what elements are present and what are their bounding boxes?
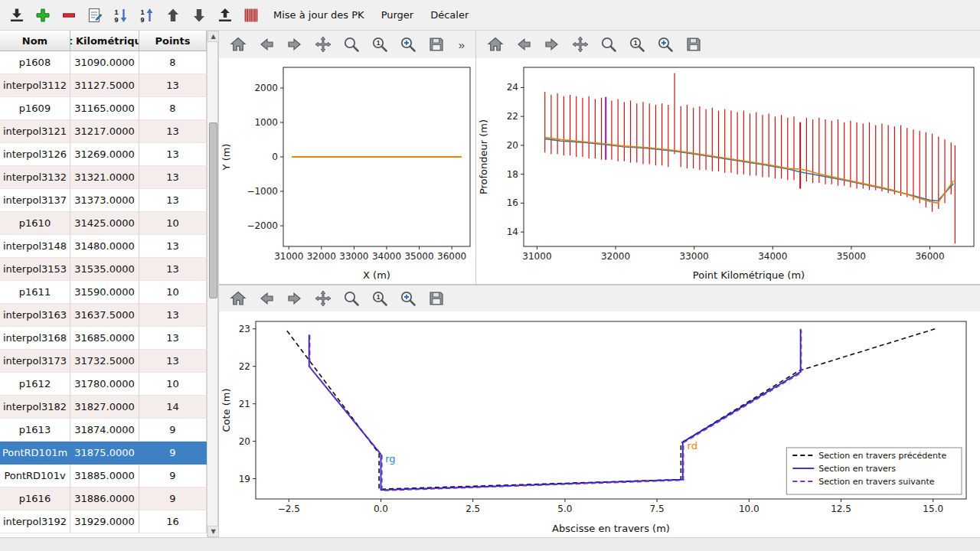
back-button[interactable] <box>256 34 276 54</box>
scroll-down-arrow-icon[interactable]: ▼ <box>207 526 219 537</box>
cell-point-kilometrique: 31127.5000 <box>70 74 139 96</box>
cell-nom: interpol3168 <box>0 327 70 349</box>
pan-button[interactable] <box>570 34 590 54</box>
svg-text:22: 22 <box>507 111 518 122</box>
svg-text:1: 1 <box>377 293 381 301</box>
sort-ascending-button[interactable]: 19 <box>136 4 159 27</box>
zoom-in-button[interactable] <box>655 34 675 54</box>
cell-points: 13 <box>139 166 207 188</box>
table-row[interactable]: p160931165.00008 <box>0 97 207 120</box>
home-button[interactable] <box>228 289 248 308</box>
import-button[interactable] <box>6 4 29 27</box>
plan-view-chart[interactable]: 310003200033000340003500036000−2000−1000… <box>219 58 475 284</box>
table-row[interactable]: interpol312131217.000013 <box>0 120 207 143</box>
table-row[interactable]: interpol316331637.500013 <box>0 304 207 327</box>
svg-text:rg: rg <box>385 453 395 465</box>
shift-button[interactable]: Décaler <box>423 6 475 24</box>
table-row[interactable]: interpol313731373.000013 <box>0 189 207 212</box>
pan-button[interactable] <box>313 34 333 54</box>
table-row[interactable]: p161131590.000010 <box>0 281 207 304</box>
table-row[interactable]: interpol315331535.000013 <box>0 258 207 281</box>
zoom-original-button[interactable]: 1 <box>370 34 390 54</box>
cross-section-panel: 1 −2.50.02.55.07.510.012.515.01920212223… <box>219 284 980 537</box>
table-row[interactable]: interpol314831480.000013 <box>0 235 207 258</box>
cell-nom: p1609 <box>0 97 70 119</box>
zoom-button[interactable] <box>341 34 361 54</box>
zoom-in-button[interactable] <box>398 34 418 54</box>
cell-point-kilometrique: 31885.0000 <box>70 465 139 487</box>
add-button[interactable] <box>32 4 55 27</box>
edit-form-button[interactable] <box>84 4 107 27</box>
forward-button[interactable] <box>285 289 305 308</box>
column-header-nom[interactable]: Nom <box>0 31 70 51</box>
scroll-up-arrow-icon[interactable]: ▲ <box>207 31 219 42</box>
back-button[interactable] <box>514 34 534 54</box>
table-row[interactable]: p161331874.00009 <box>0 419 207 442</box>
cell-points: 13 <box>139 258 207 280</box>
zoom-button[interactable] <box>599 34 619 54</box>
pan-icon <box>314 35 332 54</box>
table-row[interactable]: interpol319231929.000016 <box>0 510 207 533</box>
zoom-button[interactable] <box>341 289 361 308</box>
status-bar <box>0 537 980 551</box>
forward-button[interactable] <box>542 34 562 54</box>
svg-text:31000: 31000 <box>274 251 303 262</box>
save-button[interactable] <box>426 289 446 308</box>
svg-text:34000: 34000 <box>758 251 787 262</box>
cell-points: 16 <box>139 510 207 533</box>
sort-descending-button[interactable]: 19 <box>110 4 133 27</box>
home-button[interactable] <box>485 34 505 54</box>
move-down-button[interactable] <box>188 4 211 27</box>
table-row[interactable]: PontRD101m31875.00009 <box>0 442 207 465</box>
table-row[interactable]: interpol313231321.000013 <box>0 166 207 189</box>
svg-text:9: 9 <box>114 16 118 24</box>
table-row[interactable]: interpol318231827.000014 <box>0 396 207 419</box>
zoom-in-button[interactable] <box>398 289 418 308</box>
table-row[interactable]: interpol317331732.500013 <box>0 350 207 373</box>
home-icon <box>229 35 247 54</box>
cell-nom: interpol3192 <box>0 510 70 533</box>
toolbar-overflow-chevron[interactable]: » <box>457 38 466 51</box>
column-header-points[interactable]: Points <box>139 31 207 51</box>
table-scrollbar[interactable]: ▲ ▼ <box>207 31 217 537</box>
main-toolbar-icon-group: 1919 <box>6 4 263 27</box>
export-button[interactable] <box>214 4 237 27</box>
table-row[interactable]: interpol311231127.500013 <box>0 74 207 97</box>
cell-point-kilometrique: 31217.0000 <box>70 120 139 142</box>
scrollbar-thumb[interactable] <box>209 122 217 298</box>
longitudinal-profile-chart[interactable]: 3100032000330003400035000360001416182022… <box>476 58 980 284</box>
table-row[interactable]: p161231780.000010 <box>0 373 207 396</box>
update-pk-button[interactable]: Mise à jour des PK <box>266 6 371 24</box>
table-row[interactable]: interpol312631269.000013 <box>0 143 207 166</box>
home-button[interactable] <box>228 34 248 54</box>
pan-button[interactable] <box>313 289 333 308</box>
svg-text:1: 1 <box>114 8 118 15</box>
cross-section-plot-toolbar: 1 <box>219 285 980 311</box>
cell-nom: interpol3153 <box>0 258 70 280</box>
save-button[interactable] <box>684 34 704 54</box>
table-row[interactable]: interpol316831685.000013 <box>0 327 207 350</box>
back-button[interactable] <box>256 289 276 308</box>
save-button[interactable] <box>426 34 446 54</box>
remove-button[interactable] <box>58 4 81 27</box>
table-row[interactable]: p161031425.000010 <box>0 212 207 235</box>
svg-text:X (m): X (m) <box>363 269 390 281</box>
table-row[interactable]: p161631886.00009 <box>0 487 207 510</box>
cell-point-kilometrique: 31929.0000 <box>70 510 139 533</box>
purge-button[interactable]: Purger <box>374 6 421 24</box>
column-header-point-kilometrique[interactable]: t Kilométriqu <box>70 31 139 51</box>
cell-points: 13 <box>139 350 207 372</box>
cell-point-kilometrique: 31590.0000 <box>70 281 139 303</box>
zoom-original-button[interactable]: 1 <box>627 34 647 54</box>
cell-point-kilometrique: 31637.5000 <box>70 304 139 326</box>
cell-points: 9 <box>139 487 207 510</box>
move-up-button[interactable] <box>162 4 185 27</box>
cross-section-chart[interactable]: −2.50.02.55.07.510.012.515.01920212223Ab… <box>219 311 980 537</box>
table-row[interactable]: p160831090.00008 <box>0 51 207 74</box>
table-row[interactable]: PontRD101v31885.00009 <box>0 465 207 487</box>
weir-sections-button[interactable] <box>240 4 263 27</box>
forward-button[interactable] <box>285 34 305 54</box>
zoom-original-button[interactable]: 1 <box>370 289 390 308</box>
svg-text:1: 1 <box>634 39 638 47</box>
svg-text:Section en travers suivante: Section en travers suivante <box>818 477 934 487</box>
